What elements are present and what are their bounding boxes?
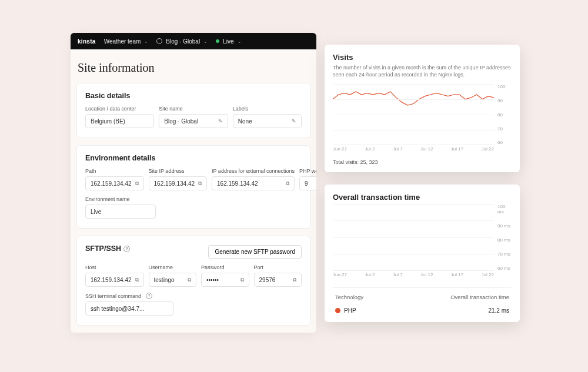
axis-tick: 70 [497, 126, 512, 132]
transaction-card: Overall transaction time 100 ms90 ms80 m… [325, 185, 520, 322]
extip-field[interactable]: 162.159.134.42 ⧉ [212, 176, 295, 190]
siteip-value: 162.159.134.42 [154, 180, 195, 187]
sftp-heading: SFTP/SSH ? [85, 244, 130, 253]
axis-tick: Jun 27 [333, 272, 347, 279]
axis-tick: 70 ms [497, 252, 512, 257]
time-col-header: Overall transaction time [450, 294, 509, 300]
path-value: 162.159.134.42 [91, 180, 132, 187]
sshcmd-field[interactable]: ssh testingo@34.7... [85, 301, 173, 316]
labels-field[interactable]: None ✎ [233, 114, 302, 128]
port-label: Port [254, 264, 302, 270]
sftp-heading-text: SFTP/SSH [85, 244, 121, 253]
sitename-label: Site name [159, 106, 228, 112]
sshcmd-value: ssh testingo@34.7... [91, 306, 144, 312]
tech-col-header: Technology [335, 294, 363, 300]
axis-tick: Jul 17 [451, 272, 463, 279]
axis-tick: Jul 22 [482, 146, 494, 153]
phpw-field[interactable]: 9 [299, 176, 316, 190]
extip-label: IP address for external connections [212, 168, 295, 174]
envname-value: Live [91, 209, 101, 215]
copy-icon[interactable]: ⧉ [188, 277, 191, 283]
siteip-label: Site IP address [149, 168, 208, 174]
site-dropdown[interactable]: Blog - Global ⌄ [156, 38, 208, 45]
basic-details-heading: Basic details [85, 92, 302, 100]
copy-icon[interactable]: ⧉ [198, 180, 202, 187]
axis-tick: 90 ms [497, 223, 512, 229]
transaction-chart: 100 ms90 ms80 ms70 ms60 ms Jun 27Jul 2Ju… [333, 204, 512, 279]
path-field[interactable]: 162.159.134.42 ⧉ [85, 176, 144, 190]
sftp-ssh-card: SFTP/SSH ? Generate new SFTP password Ho… [76, 236, 310, 326]
generate-sftp-password-button[interactable]: Generate new SFTP password [208, 245, 302, 259]
axis-tick: 60 ms [497, 266, 512, 271]
status-dot-icon [216, 39, 219, 43]
basic-details-card: Basic details Location / data center Bel… [76, 83, 310, 138]
env-dropdown-label: Live [223, 38, 233, 45]
transaction-title: Overall transaction time [333, 193, 512, 202]
password-field[interactable]: •••••• ⧉ [201, 273, 249, 287]
visits-title: Visits [333, 53, 512, 62]
password-label: Password [201, 264, 249, 270]
axis-tick: 100 ms [497, 204, 512, 215]
chevron-down-icon: ⌄ [203, 39, 208, 44]
help-icon[interactable]: ? [123, 246, 130, 252]
team-dropdown-label: Weather team [104, 38, 141, 45]
axis-tick: Jul 12 [420, 146, 433, 153]
axis-tick: 80 [497, 112, 512, 118]
port-field[interactable]: 29576 ⧉ [254, 273, 302, 287]
visits-card: Visits The number of visits in a given m… [325, 45, 520, 172]
copy-icon[interactable]: ⧉ [286, 180, 289, 187]
axis-tick: Jun 27 [333, 146, 347, 153]
axis-tick: Jul 2 [365, 146, 375, 153]
labels-value: None [238, 118, 252, 125]
visits-total-value: 25, 323 [360, 159, 378, 165]
env-dropdown[interactable]: Live ⌄ [216, 38, 241, 45]
tech-table-header: Technology Overall transaction time [333, 287, 512, 305]
username-field[interactable]: testingo ⧉ [149, 273, 197, 287]
environment-details-card: Environment details Path 162.159.134.42 … [76, 145, 310, 229]
axis-tick: Jul 7 [393, 146, 403, 153]
axis-tick: Jul 7 [393, 272, 403, 279]
port-value: 29576 [259, 277, 276, 283]
sitename-field[interactable]: Blog - Global ✎ [159, 114, 228, 128]
visits-total-label: Total visits: [333, 159, 359, 165]
siteip-field[interactable]: 162.159.134.42 ⧉ [149, 176, 208, 190]
labels-label: Labels [233, 106, 302, 112]
extip-value: 162.159.134.42 [217, 180, 258, 187]
username-label: Username [149, 264, 197, 270]
color-swatch [335, 308, 340, 313]
team-dropdown[interactable]: Weather team ⌄ [104, 38, 149, 45]
page-title: Site information [71, 49, 316, 83]
sshcmd-label-text: SSH terminal command [85, 293, 141, 299]
site-dropdown-label: Blog - Global [166, 38, 200, 45]
path-label: Path [85, 168, 144, 174]
password-value: •••••• [206, 277, 219, 283]
wordpress-icon [156, 38, 162, 44]
location-field[interactable]: Belgium (BE) [85, 114, 154, 128]
phpw-value: 9 [305, 180, 308, 187]
chevron-down-icon: ⌄ [238, 39, 242, 44]
edit-icon[interactable]: ✎ [292, 118, 296, 124]
axis-tick: Jul 2 [365, 272, 375, 279]
copy-icon[interactable]: ⧉ [293, 277, 296, 283]
axis-tick: 100 [497, 84, 512, 89]
phpw-label: PHP workers [299, 168, 316, 174]
location-label: Location / data center [85, 106, 154, 112]
copy-icon[interactable]: ⧉ [240, 277, 244, 283]
axis-tick: 80 ms [497, 237, 512, 243]
sshcmd-label: SSH terminal command ? [85, 293, 173, 299]
copy-icon[interactable]: ⧉ [135, 180, 139, 187]
edit-icon[interactable]: ✎ [218, 118, 223, 124]
host-value: 162.159.134.42 [91, 277, 132, 283]
help-icon[interactable]: ? [146, 293, 152, 299]
copy-icon[interactable]: ⧉ [135, 277, 139, 283]
location-value: Belgium (BE) [91, 118, 125, 125]
environment-details-heading: Environment details [85, 154, 302, 162]
visits-chart: 10090807060 Jun 27Jul 2Jul 7Jul 12Jul 17… [333, 84, 512, 153]
chevron-down-icon: ⌄ [144, 39, 148, 44]
topbar: kinsta Weather team ⌄ Blog - Global ⌄ Li… [71, 33, 316, 49]
host-field[interactable]: 162.159.134.42 ⧉ [85, 273, 144, 287]
envname-field[interactable]: Live [85, 205, 156, 219]
axis-tick: Jul 17 [451, 146, 463, 153]
username-value: testingo [154, 277, 175, 283]
envname-label: Environment name [85, 196, 156, 202]
